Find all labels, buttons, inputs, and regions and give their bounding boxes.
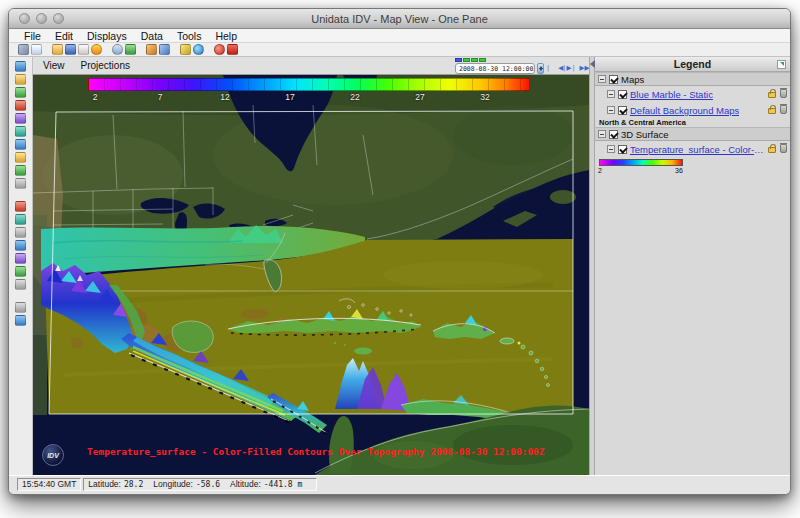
- window-title: Unidata IDV - Map View - One Pane: [311, 13, 488, 25]
- rotate-tool-icon[interactable]: [15, 126, 26, 137]
- trash-icon[interactable]: [780, 144, 787, 153]
- surface-group-label: 3D Surface: [621, 129, 669, 140]
- time-stepper[interactable]: [537, 63, 544, 74]
- brush-icon[interactable]: [159, 44, 170, 55]
- colorbar-tick: 17: [285, 92, 294, 102]
- close-icon[interactable]: [227, 44, 238, 55]
- menu-displays[interactable]: Displays: [80, 30, 134, 42]
- main-toolbar: [9, 43, 790, 57]
- menu-help[interactable]: Help: [208, 30, 244, 42]
- longitude-label: Longitude:: [153, 479, 193, 489]
- refresh-tool-icon[interactable]: [15, 165, 26, 176]
- legend-group-maps[interactable]: Maps: [595, 72, 790, 86]
- edit-icon[interactable]: [146, 44, 157, 55]
- menu-file[interactable]: File: [17, 30, 48, 42]
- clock-field: 15:54:40 GMT: [17, 478, 81, 491]
- zoom-out-tool-icon[interactable]: [15, 100, 26, 111]
- legend-panel: Legend Maps Blue Marble - Static: [595, 57, 790, 475]
- pencil-icon[interactable]: [180, 44, 191, 55]
- blue-marble-checkbox[interactable]: [618, 90, 627, 99]
- colorbar-tick: 7: [158, 92, 163, 102]
- active-step-icon[interactable]: [455, 58, 462, 62]
- settings-tool-icon[interactable]: [15, 152, 26, 163]
- idv-logo: IDV: [42, 444, 64, 466]
- undo-view-icon[interactable]: [15, 302, 26, 313]
- colorbar-tick: 22: [350, 92, 359, 102]
- legend-temperature-colorbar[interactable]: [599, 159, 683, 166]
- title-bar[interactable]: Unidata IDV - Map View - One Pane: [9, 9, 790, 29]
- ruler-tool-icon[interactable]: [15, 201, 26, 212]
- label-tool-icon[interactable]: [15, 266, 26, 277]
- step-icon[interactable]: [479, 58, 486, 62]
- redo-view-icon[interactable]: [15, 315, 26, 326]
- time-animation-control: 2008-08-30 12:00:00Z |◀◀ ◀| ▶ |▶ ▶▶|: [455, 57, 585, 75]
- favorite-icon[interactable]: [91, 44, 102, 55]
- legend-item-temperature[interactable]: Temperature_surface - Color-Filled Conto…: [595, 141, 790, 157]
- menu-tools[interactable]: Tools: [170, 30, 209, 42]
- map-3d-view[interactable]: 2 7 12 17 22 27 32 IDV Temperature_surfa…: [33, 75, 589, 475]
- new-document-icon[interactable]: [31, 44, 42, 55]
- menu-edit[interactable]: Edit: [48, 30, 80, 42]
- colorbar-min-label: 2: [598, 167, 602, 174]
- cut-icon[interactable]: [18, 44, 29, 55]
- trash-icon[interactable]: [780, 105, 787, 114]
- snapshot-tool-icon[interactable]: [15, 139, 26, 150]
- redo-icon[interactable]: [125, 44, 136, 55]
- lock-icon[interactable]: [768, 92, 776, 98]
- globe-icon[interactable]: [193, 44, 204, 55]
- trash-icon[interactable]: [780, 89, 787, 98]
- layer-tool-icon[interactable]: [15, 253, 26, 264]
- pan-tool-icon[interactable]: [15, 74, 26, 85]
- tab-projections[interactable]: Projections: [81, 60, 130, 71]
- home-view-icon[interactable]: [15, 113, 26, 124]
- background-tool-icon[interactable]: [15, 240, 26, 251]
- copy-icon[interactable]: [78, 44, 89, 55]
- background-maps-link[interactable]: Default Background Maps: [630, 105, 739, 116]
- save-icon[interactable]: [65, 44, 76, 55]
- zoom-window-icon[interactable]: [53, 13, 64, 24]
- blue-marble-link[interactable]: Blue Marble - Static: [630, 89, 713, 100]
- color-tool-icon[interactable]: [15, 227, 26, 238]
- step-icon[interactable]: [463, 58, 470, 62]
- undo-icon[interactable]: [112, 44, 123, 55]
- collapse-toggle-icon[interactable]: [598, 75, 606, 83]
- maps-visibility-checkbox[interactable]: [609, 75, 618, 84]
- altitude-value: -441.8 m: [264, 480, 303, 489]
- float-legend-icon[interactable]: [777, 60, 786, 69]
- background-maps-sublabel: North & Central America: [595, 118, 790, 127]
- probe-tool-icon[interactable]: [15, 178, 26, 189]
- lock-icon[interactable]: [768, 108, 776, 114]
- legend-group-3d-surface[interactable]: 3D Surface: [595, 127, 790, 141]
- select-tool-icon[interactable]: [15, 61, 26, 72]
- minimize-window-icon[interactable]: [36, 13, 47, 24]
- time-select[interactable]: 2008-08-30 12:00:00Z: [455, 63, 535, 74]
- background-maps-checkbox[interactable]: [618, 106, 627, 115]
- map-3d-scene[interactable]: [33, 75, 589, 475]
- lock-icon[interactable]: [768, 147, 776, 153]
- step-icon[interactable]: [471, 58, 478, 62]
- grid-tool-icon[interactable]: [15, 214, 26, 225]
- menu-data[interactable]: Data: [134, 30, 170, 42]
- colorbar-max-label: 36: [675, 167, 683, 174]
- tab-view[interactable]: View: [43, 60, 65, 71]
- legend-title: Legend: [674, 58, 711, 70]
- temperature-link[interactable]: Temperature_surface - Color-Filled Conto…: [630, 144, 768, 155]
- legend-item-background-maps[interactable]: Default Background Maps: [595, 102, 790, 118]
- collapse-toggle-icon[interactable]: [598, 130, 606, 138]
- stop-icon[interactable]: [214, 44, 225, 55]
- map-tab-row: View Projections 2008-08-30 12:00:00Z |◀…: [33, 57, 589, 75]
- surface-visibility-checkbox[interactable]: [609, 130, 618, 139]
- open-folder-icon[interactable]: [52, 44, 63, 55]
- close-window-icon[interactable]: [19, 13, 30, 24]
- collapse-toggle-icon[interactable]: [607, 106, 615, 114]
- animation-step-indicator[interactable]: [455, 58, 486, 62]
- colorbar-tick: 2: [93, 92, 98, 102]
- legend-item-blue-marble[interactable]: Blue Marble - Static: [595, 86, 790, 102]
- colorbar-tick: 27: [415, 92, 424, 102]
- temperature-checkbox[interactable]: [618, 145, 627, 154]
- maps-group-label: Maps: [621, 74, 644, 85]
- zoom-in-tool-icon[interactable]: [15, 87, 26, 98]
- collapse-toggle-icon[interactable]: [607, 90, 615, 98]
- collapse-toggle-icon[interactable]: [607, 145, 615, 153]
- help-tool-icon[interactable]: [15, 279, 26, 290]
